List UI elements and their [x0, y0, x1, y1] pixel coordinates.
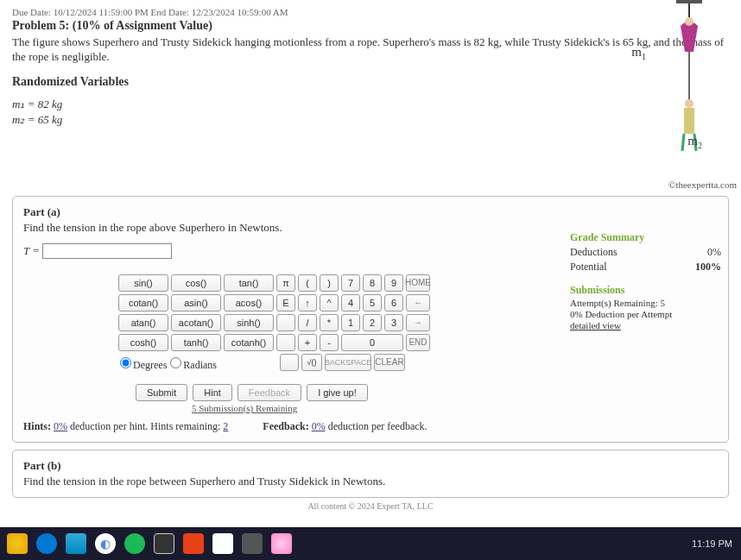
- submit-button[interactable]: Submit: [136, 384, 187, 401]
- svg-line-6: [682, 134, 684, 151]
- num-8[interactable]: 8: [363, 274, 382, 292]
- attempts-remaining: Attempt(s) Remaining: 5: [570, 298, 721, 308]
- part-b-question: Find the tension in the rope between Sup…: [23, 475, 718, 488]
- fn-cotan[interactable]: cotan(): [118, 294, 168, 311]
- num-5[interactable]: 5: [363, 294, 382, 311]
- const-pow[interactable]: ^: [320, 294, 339, 311]
- fn-atan[interactable]: atan(): [118, 314, 168, 331]
- svg-point-2: [685, 17, 694, 26]
- const-div[interactable]: /: [298, 314, 317, 331]
- num-1[interactable]: 1: [341, 314, 360, 331]
- hint-button[interactable]: Hint: [193, 384, 232, 401]
- svg-point-5: [685, 99, 694, 108]
- part-a-label: Part (a): [23, 205, 718, 219]
- part-b-label: Part (b): [23, 459, 718, 473]
- randomized-heading: Randomized Variables: [12, 75, 729, 89]
- mode-radians[interactable]: Radians: [170, 357, 217, 372]
- feedback-button[interactable]: Feedback: [238, 384, 301, 401]
- label-m2: m2: [687, 134, 702, 150]
- deduction-per-attempt: 0% Deduction per Attempt: [570, 309, 721, 319]
- num-2[interactable]: 2: [363, 314, 382, 331]
- const-pi[interactable]: π: [276, 274, 295, 292]
- answer-var: T =: [23, 244, 40, 257]
- deductions-value: 0%: [707, 246, 721, 259]
- giveup-button[interactable]: I give up!: [307, 384, 368, 401]
- const-rp[interactable]: ): [320, 274, 339, 292]
- detailed-view-link[interactable]: detailed view: [570, 320, 721, 330]
- answer-input[interactable]: [42, 243, 172, 259]
- const-b3[interactable]: [280, 354, 299, 371]
- submissions-remaining[interactable]: 5 Submission(s) Remaining: [192, 403, 718, 413]
- op-clear[interactable]: CLEAR: [374, 354, 405, 371]
- const-b1[interactable]: [276, 314, 295, 331]
- fn-tanh[interactable]: tanh(): [171, 334, 221, 351]
- op-backspace[interactable]: BACKSPACE: [325, 354, 371, 371]
- const-e[interactable]: E: [276, 294, 295, 311]
- hint-pct-link[interactable]: 0%: [54, 420, 67, 432]
- problem-title: Problem 5: (10% of Assignment Value): [12, 19, 729, 33]
- num-6[interactable]: 6: [384, 294, 403, 311]
- const-minus[interactable]: -: [320, 334, 339, 351]
- const-plus[interactable]: +: [298, 334, 317, 351]
- const-b2[interactable]: [276, 334, 295, 351]
- num-0[interactable]: 0: [341, 334, 403, 351]
- potential-value: 100%: [695, 261, 721, 274]
- mode-degrees[interactable]: Degrees: [120, 357, 167, 372]
- fn-acos[interactable]: acos(): [224, 294, 274, 311]
- op-left[interactable]: ←: [406, 294, 430, 311]
- op-right[interactable]: →: [406, 314, 430, 331]
- const-lp[interactable]: (: [298, 274, 317, 292]
- grade-title: Grade Summary: [570, 231, 721, 244]
- num-4[interactable]: 4: [341, 294, 360, 311]
- fn-cos[interactable]: cos(): [171, 274, 221, 292]
- feedback-pct-link[interactable]: 0%: [312, 420, 326, 432]
- svg-rect-1: [676, 0, 702, 3]
- op-end[interactable]: END: [406, 334, 430, 351]
- potential-label: Potential: [570, 261, 607, 274]
- copyright-text: ©theexpertta.com: [668, 179, 737, 190]
- num-9[interactable]: 9: [384, 274, 403, 292]
- problem-description: The figure shows Superhero and Trusty Si…: [12, 35, 729, 65]
- const-mul[interactable]: *: [320, 314, 339, 331]
- var-m2: m₂ = 65 kg: [12, 113, 729, 127]
- num-7[interactable]: 7: [341, 274, 360, 292]
- svg-rect-4: [684, 108, 694, 134]
- feedback-info: Feedback: 0% deduction per feedback.: [263, 420, 427, 433]
- var-m1: m₁ = 82 kg: [12, 98, 729, 111]
- hint-count-link[interactable]: 2: [223, 420, 228, 432]
- fn-asin[interactable]: asin(): [171, 294, 221, 311]
- fn-sinh[interactable]: sinh(): [224, 314, 274, 331]
- num-3[interactable]: 3: [384, 314, 403, 331]
- fn-sin[interactable]: sin(): [118, 274, 168, 292]
- fn-cotanh[interactable]: cotanh(): [224, 334, 274, 351]
- part-a-panel: Part (a) Find the tension in the rope ab…: [12, 196, 729, 443]
- assignment-dates: Due Date: 10/12/2024 11:59:00 PM End Dat…: [12, 7, 729, 17]
- part-b-panel: Part (b) Find the tension in the rope be…: [12, 450, 729, 498]
- const-up[interactable]: ↑: [298, 294, 317, 311]
- hanging-figure-svg: [663, 0, 715, 181]
- fn-acotan[interactable]: acotan(): [171, 314, 221, 331]
- op-home[interactable]: HOME: [406, 274, 430, 292]
- grade-summary: Grade Summary Deductions0% Potential100%…: [570, 231, 721, 330]
- footer-copyright: All content © 2024 Expert TA, LLC: [12, 501, 729, 511]
- submissions-title: Submissions: [570, 284, 721, 297]
- fn-cosh[interactable]: cosh(): [118, 334, 168, 351]
- deductions-label: Deductions: [570, 246, 618, 259]
- hints-info: Hints: 0% deduction per hint. Hints rema…: [23, 420, 228, 433]
- const-sqrt[interactable]: √(): [301, 354, 322, 371]
- label-m1: m1: [631, 45, 646, 61]
- fn-tan[interactable]: tan(): [224, 274, 274, 292]
- figure-diagram: m1 m2 ©theexpertta.com: [629, 0, 732, 190]
